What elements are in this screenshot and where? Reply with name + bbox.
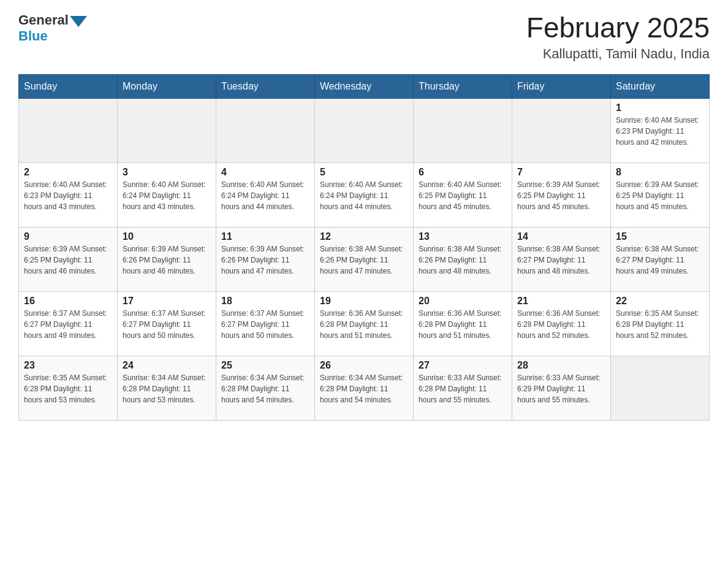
logo: General Blue [18,12,87,44]
day-number: 4 [221,167,309,178]
day-number: 5 [320,167,408,178]
day-info: Sunrise: 6:35 AM Sunset: 6:28 PM Dayligh… [24,372,112,405]
col-saturday: Saturday [611,74,710,98]
calendar-cell: 8Sunrise: 6:39 AM Sunset: 6:25 PM Daylig… [611,163,710,227]
calendar-cell: 22Sunrise: 6:35 AM Sunset: 6:28 PM Dayli… [611,291,710,356]
title-block: February 2025 Kallupatti, Tamil Nadu, In… [526,12,710,62]
calendar-cell: 20Sunrise: 6:36 AM Sunset: 6:28 PM Dayli… [414,291,512,356]
calendar-cell: 28Sunrise: 6:33 AM Sunset: 6:29 PM Dayli… [512,356,611,420]
calendar-cell: 25Sunrise: 6:34 AM Sunset: 6:28 PM Dayli… [216,356,315,420]
day-info: Sunrise: 6:40 AM Sunset: 6:23 PM Dayligh… [616,115,704,148]
col-sunday: Sunday [19,74,118,98]
day-info: Sunrise: 6:36 AM Sunset: 6:28 PM Dayligh… [419,308,507,341]
day-number: 28 [517,360,605,371]
calendar-cell: 5Sunrise: 6:40 AM Sunset: 6:24 PM Daylig… [315,163,414,227]
day-info: Sunrise: 6:38 AM Sunset: 6:26 PM Dayligh… [320,243,408,277]
day-info: Sunrise: 6:36 AM Sunset: 6:28 PM Dayligh… [320,308,408,341]
calendar-cell: 26Sunrise: 6:34 AM Sunset: 6:28 PM Dayli… [315,356,414,420]
day-number: 1 [616,102,704,113]
day-number: 7 [517,167,605,178]
day-info: Sunrise: 6:38 AM Sunset: 6:27 PM Dayligh… [517,243,605,277]
calendar-cell [512,98,611,163]
calendar-cell [315,98,414,163]
day-info: Sunrise: 6:39 AM Sunset: 6:25 PM Dayligh… [24,243,112,277]
day-info: Sunrise: 6:34 AM Sunset: 6:28 PM Dayligh… [123,372,211,405]
day-info: Sunrise: 6:34 AM Sunset: 6:28 PM Dayligh… [320,372,408,405]
col-friday: Friday [512,74,611,98]
day-info: Sunrise: 6:39 AM Sunset: 6:26 PM Dayligh… [123,243,211,277]
calendar-cell [414,98,512,163]
calendar-cell: 3Sunrise: 6:40 AM Sunset: 6:24 PM Daylig… [118,163,216,227]
day-number: 6 [419,167,507,178]
month-year-heading: February 2025 [526,12,710,44]
calendar-cell: 27Sunrise: 6:33 AM Sunset: 6:28 PM Dayli… [414,356,512,420]
day-info: Sunrise: 6:33 AM Sunset: 6:29 PM Dayligh… [517,372,605,405]
day-info: Sunrise: 6:40 AM Sunset: 6:25 PM Dayligh… [419,179,507,212]
day-number: 2 [24,167,112,178]
day-number: 8 [616,167,704,178]
logo-blue-text: Blue [18,28,48,44]
day-number: 13 [419,231,507,242]
calendar-body: 1Sunrise: 6:40 AM Sunset: 6:23 PM Daylig… [19,98,710,420]
day-info: Sunrise: 6:37 AM Sunset: 6:27 PM Dayligh… [123,308,211,341]
day-info: Sunrise: 6:33 AM Sunset: 6:28 PM Dayligh… [419,372,507,405]
col-thursday: Thursday [414,74,512,98]
calendar-cell: 14Sunrise: 6:38 AM Sunset: 6:27 PM Dayli… [512,227,611,291]
day-info: Sunrise: 6:40 AM Sunset: 6:24 PM Dayligh… [123,179,211,212]
day-number: 12 [320,231,408,242]
day-number: 23 [24,360,112,371]
day-number: 3 [123,167,211,178]
page-header: General Blue February 2025 Kallupatti, T… [18,12,710,62]
day-number: 24 [123,360,211,371]
logo-arrow-icon [70,16,87,27]
day-number: 20 [419,296,507,307]
calendar-cell: 19Sunrise: 6:36 AM Sunset: 6:28 PM Dayli… [315,291,414,356]
calendar-cell: 21Sunrise: 6:36 AM Sunset: 6:28 PM Dayli… [512,291,611,356]
week-row-4: 16Sunrise: 6:37 AM Sunset: 6:27 PM Dayli… [19,291,710,356]
calendar-cell: 18Sunrise: 6:37 AM Sunset: 6:27 PM Dayli… [216,291,315,356]
day-number: 26 [320,360,408,371]
calendar-cell [118,98,216,163]
day-number: 22 [616,296,704,307]
day-number: 14 [517,231,605,242]
calendar-cell: 15Sunrise: 6:38 AM Sunset: 6:27 PM Dayli… [611,227,710,291]
calendar-cell: 17Sunrise: 6:37 AM Sunset: 6:27 PM Dayli… [118,291,216,356]
day-info: Sunrise: 6:37 AM Sunset: 6:27 PM Dayligh… [24,308,112,341]
day-number: 16 [24,296,112,307]
calendar-cell: 24Sunrise: 6:34 AM Sunset: 6:28 PM Dayli… [118,356,216,420]
calendar-cell: 7Sunrise: 6:39 AM Sunset: 6:25 PM Daylig… [512,163,611,227]
calendar-cell: 16Sunrise: 6:37 AM Sunset: 6:27 PM Dayli… [19,291,118,356]
day-number: 10 [123,231,211,242]
day-number: 19 [320,296,408,307]
day-info: Sunrise: 6:36 AM Sunset: 6:28 PM Dayligh… [517,308,605,341]
calendar-cell: 4Sunrise: 6:40 AM Sunset: 6:24 PM Daylig… [216,163,315,227]
calendar-cell [611,356,710,420]
day-number: 17 [123,296,211,307]
calendar-header: Sunday Monday Tuesday Wednesday Thursday… [19,74,710,98]
week-row-2: 2Sunrise: 6:40 AM Sunset: 6:23 PM Daylig… [19,163,710,227]
day-number: 21 [517,296,605,307]
calendar-cell: 1Sunrise: 6:40 AM Sunset: 6:23 PM Daylig… [611,98,710,163]
calendar-cell: 23Sunrise: 6:35 AM Sunset: 6:28 PM Dayli… [19,356,118,420]
calendar-cell: 10Sunrise: 6:39 AM Sunset: 6:26 PM Dayli… [118,227,216,291]
calendar-cell: 11Sunrise: 6:39 AM Sunset: 6:26 PM Dayli… [216,227,315,291]
day-info: Sunrise: 6:40 AM Sunset: 6:24 PM Dayligh… [320,179,408,212]
week-row-1: 1Sunrise: 6:40 AM Sunset: 6:23 PM Daylig… [19,98,710,163]
col-tuesday: Tuesday [216,74,315,98]
day-info: Sunrise: 6:39 AM Sunset: 6:26 PM Dayligh… [221,243,309,277]
day-number: 15 [616,231,704,242]
location-text: Kallupatti, Tamil Nadu, India [526,46,710,62]
day-info: Sunrise: 6:39 AM Sunset: 6:25 PM Dayligh… [616,179,704,212]
calendar-table: Sunday Monday Tuesday Wednesday Thursday… [18,74,710,421]
day-info: Sunrise: 6:34 AM Sunset: 6:28 PM Dayligh… [221,372,309,405]
day-info: Sunrise: 6:40 AM Sunset: 6:23 PM Dayligh… [24,179,112,212]
day-number: 9 [24,231,112,242]
calendar-cell [19,98,118,163]
day-number: 27 [419,360,507,371]
day-number: 11 [221,231,309,242]
week-row-5: 23Sunrise: 6:35 AM Sunset: 6:28 PM Dayli… [19,356,710,420]
calendar-cell: 13Sunrise: 6:38 AM Sunset: 6:26 PM Dayli… [414,227,512,291]
calendar-cell: 12Sunrise: 6:38 AM Sunset: 6:26 PM Dayli… [315,227,414,291]
col-wednesday: Wednesday [315,74,414,98]
calendar-cell: 6Sunrise: 6:40 AM Sunset: 6:25 PM Daylig… [414,163,512,227]
